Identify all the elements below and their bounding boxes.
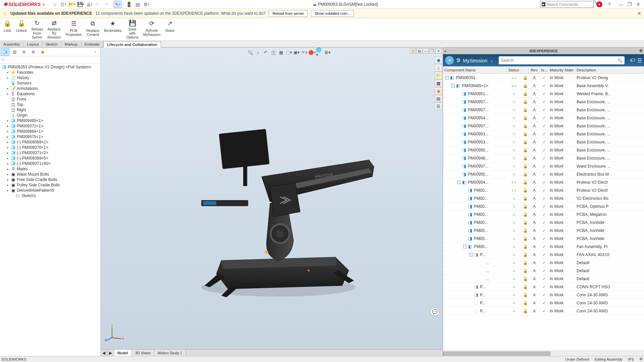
col-description[interactable]: Description — [575, 66, 644, 73]
home-icon[interactable]: ⌂ — [50, 1, 58, 8]
feature-tree[interactable]: 🧊 PM009353 (Proteus V2 Design) <Full Sys… — [0, 64, 100, 356]
3dx-hscroll[interactable] — [443, 351, 644, 356]
status-gear-icon[interactable]: ⚙ — [639, 357, 643, 361]
tree-item[interactable]: ▸▣Waist Mount Bolts — [0, 172, 100, 177]
zoom-area-icon[interactable]: ⌕ — [254, 49, 262, 56]
table-row[interactable]: ◨PM00957... ▪ 🔒 A ✓ In Work Base Enclosu… — [443, 106, 644, 114]
traffic-icon[interactable]: 🚦 — [125, 1, 133, 8]
tree-item[interactable]: ▸🕓History — [0, 75, 100, 80]
table-row[interactable]: ◨PM00948... ▪ 🔒 A ✓ In Work Base Enclosu… — [443, 154, 644, 162]
vp-close-icon[interactable]: ✕ — [435, 48, 441, 54]
table-row[interactable]: ◨PM00950... ▪ 🔒 A ✓ In Work Base Enclosu… — [443, 146, 644, 154]
config-manager-icon[interactable]: ⧉ — [19, 48, 28, 56]
table-row[interactable]: ◨PM00953... ▪ 🔒 A ✓ In Work Base Enclosu… — [443, 130, 644, 138]
tree-item[interactable]: ◻Sketch1 — [0, 193, 100, 198]
tab-scroll-right[interactable]: ▶ — [107, 350, 114, 356]
expand-icon[interactable]: ▸ — [6, 71, 9, 74]
view-orient-icon[interactable]: ⬚▾ — [285, 49, 292, 56]
select-icon[interactable]: ↖▾ — [114, 1, 122, 8]
redo-icon[interactable]: ↷ — [103, 1, 111, 8]
graphics-viewport[interactable]: 🔍 ⌕ ↶ ◫ ▦ ⬚▾ ▣▾ 👁▾ 🔴▾ 🌐▾ 🖥▾ ◫ ▤ — ❐ ✕ ◉ … — [101, 48, 443, 356]
tree-item[interactable]: ▸▣DerivedHolePattern5 — [0, 188, 100, 193]
help-icon[interactable]: ? — [605, 1, 614, 8]
expand-icon[interactable]: ▸ — [6, 162, 9, 165]
close-button[interactable]: ✕ — [634, 1, 643, 8]
3dx-search[interactable]: 🔍 — [499, 56, 625, 64]
search-commands[interactable]: ▶ 🔍▾ — [540, 1, 594, 8]
reload-button[interactable]: ↻ReloadFromServer — [30, 19, 45, 40]
3dx-search-input[interactable] — [501, 58, 618, 63]
table-row[interactable]: ⬚P... ▪ 🔒 A ✓ In Work Conn 24-30 AWG — [443, 307, 644, 315]
tree-filter-bar[interactable]: ▽· — [0, 56, 100, 64]
col-component-name[interactable]: Component Name — [443, 66, 507, 73]
refresh-button[interactable]: ⟳RefreshMySession — [141, 19, 162, 40]
table-row[interactable]: ◨PM00... ▪ 🔒 A ✓ In Work V2 Electronics … — [443, 194, 644, 202]
expand-icon[interactable]: ▸ — [6, 157, 9, 160]
table-row[interactable]: ◨PM00951... ▪ 🔒 A ✓ In Work Welded Frame… — [443, 90, 644, 98]
expand-icon[interactable]: ▸ — [6, 124, 9, 128]
expand-icon[interactable]: ▸ — [6, 167, 9, 171]
compass-icon[interactable]: ✦ — [445, 56, 454, 65]
table-row[interactable]: −◧PM009465<1> ▪⚠ 🔒 A ✓ In Work Base Asse… — [443, 82, 644, 90]
tree-item[interactable]: 📡Sensors — [0, 80, 100, 86]
collapse-panel-icon[interactable]: « — [444, 49, 446, 53]
table-row[interactable]: ◨PM00957... ▪ 🔒 A ✓ In Work Base Enclosu… — [443, 98, 644, 106]
user-avatar[interactable]: ● — [596, 1, 602, 7]
property-manager-icon[interactable]: ▤ — [10, 48, 19, 56]
expand-tree-icon[interactable]: › — [91, 48, 100, 56]
bookmarks-button[interactable]: ★Bookmarks — [102, 19, 124, 40]
tab-evaluate[interactable]: Evaluate — [81, 41, 103, 47]
display-manager-icon[interactable]: ◉ — [38, 48, 47, 56]
tab-scroll-left[interactable]: ◀ — [101, 350, 107, 356]
tree-item[interactable]: ▸🧊PM009575<1> — [0, 134, 100, 139]
tree-item[interactable]: ▸⭐Favorites — [0, 70, 100, 75]
display-style-icon[interactable]: ▣▾ — [293, 49, 300, 56]
tree-item[interactable]: ▸🧊(-) PM009369<1> — [0, 139, 100, 145]
save-icon[interactable]: 💾▾ — [76, 1, 85, 8]
panel-settings-icon[interactable]: ⚙ — [639, 49, 643, 53]
3dx-grid[interactable]: −◧PM009353 ▪⚠ 🔒 A ✓ In Work Proteus V2 D… — [443, 74, 644, 351]
table-row[interactable]: ◨PM00... ▪⚠ 🔒 A ✓ In Work Proteus V2 Ele… — [443, 186, 644, 194]
tree-item[interactable]: ◫Top — [0, 102, 100, 107]
rebuild-icon[interactable]: ▤ — [133, 1, 142, 8]
scene-icon[interactable]: 🌐▾ — [316, 49, 323, 56]
expand-icon[interactable]: ▸ — [6, 189, 9, 192]
tree-item[interactable]: ◫Right — [0, 107, 100, 113]
table-row[interactable]: ◨PM00957... ▪ 🔒 A ✓ In Work Base Enclosu… — [443, 122, 644, 130]
feature-manager-icon[interactable]: 🧊 — [1, 48, 9, 56]
tree-item[interactable]: ▸🧊(-) PM009371<2> — [0, 150, 100, 156]
vp-minimize-icon[interactable]: — — [423, 48, 429, 54]
tree-item[interactable]: ▸🧊PM009664<1> — [0, 129, 100, 134]
vp-new-window-icon[interactable]: ◫ — [410, 48, 416, 54]
vp-restore-icon[interactable]: ❐ — [429, 48, 435, 54]
tree-root[interactable]: 🧊 PM009353 (Proteus V2 Design) <Full Sys… — [0, 64, 100, 70]
expand-icon[interactable]: ▸ — [6, 135, 9, 138]
zoom-fit-icon[interactable]: 🔍 — [247, 49, 254, 56]
motion-study-tab[interactable]: Motion Study 1 — [154, 350, 186, 356]
table-row[interactable]: −◨P... ▪ 🔒 A ✓ In Work FAN AXIAL 40X10 — [443, 251, 644, 259]
menu-icon[interactable]: ☰ — [637, 57, 642, 64]
table-row[interactable]: ... ▪ 🔒 A ✓ In Work Default — [443, 275, 644, 283]
dynamic-icon[interactable]: ▦ — [277, 49, 285, 56]
tree-item[interactable]: ▸ΣEquations — [0, 91, 100, 97]
tree-item[interactable]: ▸▣Free Side Cradle Bolts — [0, 177, 100, 182]
table-row[interactable]: ◨P... ▪ 🔒 A ✓ In Work Conn 24-30 AWG — [443, 291, 644, 299]
table-row[interactable]: −◧PM009353 ▪⚠ 🔒 A ✓ In Work Proteus V2 D… — [443, 74, 644, 82]
3d-views-tab[interactable]: 3D Views — [132, 350, 154, 356]
expand-icon[interactable]: ▸ — [6, 146, 9, 149]
tag-icon[interactable]: 🏷 — [630, 57, 635, 64]
share-button[interactable]: ↗Share — [163, 19, 176, 40]
table-row[interactable]: ◨PM00... ▪ 🔒 A ✓ In Work PCBA, Optimus P — [443, 202, 644, 210]
table-row[interactable]: −◧PM00... ▪ 🔒 A ✓ In Work Fan Assembly, … — [443, 243, 644, 251]
expand-icon[interactable]: ▸ — [6, 130, 9, 133]
tree-item[interactable]: ▸🧊(-) PM009371<40> — [0, 161, 100, 166]
dimxpert-icon[interactable]: ⊕ — [29, 48, 38, 56]
col-maturity[interactable]: Maturity State — [548, 66, 575, 73]
tab-lifecycle-and-collaboration[interactable]: Lifecycle and Collaboration — [103, 41, 161, 48]
expand-icon[interactable]: ▸ — [6, 183, 9, 187]
table-row[interactable]: ◨PM00953... ▪ 🔒 A ✓ In Work Base Enclosu… — [443, 138, 644, 146]
table-row[interactable]: ◨PM00954... ▪ 🔒 A ✓ In Work Base Enclosu… — [443, 114, 644, 122]
replace-button[interactable]: ⧉ReplaceContent — [85, 19, 102, 40]
search-commands-input[interactable] — [546, 2, 593, 6]
minimize-button[interactable]: — — [616, 1, 625, 8]
